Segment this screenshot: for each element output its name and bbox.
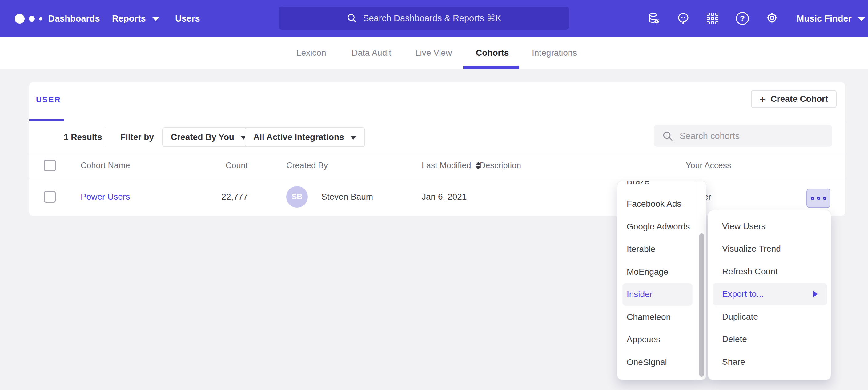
menu-item-duplicate[interactable]: Duplicate: [708, 305, 831, 328]
chevron-down-icon: [858, 17, 865, 21]
menu-item-view-users[interactable]: View Users: [708, 215, 831, 238]
header-created-by[interactable]: Created By: [286, 153, 328, 178]
table-row: Power Users 22,777 SB Steven Baum Jan 6,…: [29, 178, 845, 215]
tab-cohorts[interactable]: Cohorts: [476, 37, 509, 69]
global-search-input[interactable]: Search Dashboards & Reports ⌘K: [279, 7, 569, 30]
menu-item-chameleon[interactable]: Chameleon: [617, 306, 706, 328]
row-actions-menu: View Users Visualize Trend Refresh Count…: [708, 210, 831, 380]
help-icon[interactable]: ?: [736, 12, 749, 25]
menu-item-share[interactable]: Share: [708, 351, 831, 373]
cohort-name-link[interactable]: Power Users: [81, 192, 130, 202]
row-more-actions-button[interactable]: [806, 189, 831, 208]
search-icon: [346, 12, 358, 24]
top-navbar: Dashboards Reports Users Search Dashboar…: [0, 0, 868, 37]
chevron-down-icon: [152, 17, 159, 21]
chevron-down-icon: [350, 136, 356, 140]
select-all-checkbox[interactable]: [44, 160, 56, 171]
menu-item-facebook-ads[interactable]: Facebook Ads: [617, 193, 706, 216]
plus-icon: +: [760, 93, 766, 105]
menu-item-braze[interactable]: Braze: [617, 181, 706, 193]
menu-item-insider[interactable]: Insider: [622, 283, 692, 306]
menu-scrollbar[interactable]: [699, 233, 704, 377]
last-modified-date: Jan 6, 2021: [422, 178, 467, 215]
header-your-access[interactable]: Your Access: [686, 153, 731, 178]
cohort-count: 22,777: [183, 178, 248, 215]
menu-item-visualize-trend[interactable]: Visualize Trend: [708, 238, 831, 261]
menu-item-iterable[interactable]: Iterable: [617, 238, 706, 261]
nav-reports[interactable]: Reports: [112, 0, 159, 37]
header-last-modified[interactable]: Last Modified: [422, 153, 481, 178]
nav-users[interactable]: Users: [175, 0, 200, 37]
menu-item-refresh-count[interactable]: Refresh Count: [708, 260, 831, 283]
header-description[interactable]: Description: [479, 153, 521, 178]
filter-by-label: Filter by: [120, 122, 154, 153]
results-count: 1 Results: [64, 122, 102, 153]
cohort-search-input[interactable]: Search cohorts: [654, 125, 832, 147]
submenu-arrow-icon: [813, 291, 818, 297]
nav-dashboards[interactable]: Dashboards: [48, 0, 100, 37]
menu-item-delete[interactable]: Delete: [708, 328, 831, 351]
data-management-icon[interactable]: [647, 12, 661, 25]
menu-item-onesignal[interactable]: OneSignal: [617, 351, 706, 374]
project-switcher[interactable]: Music Finder: [797, 0, 865, 37]
filter-bar: 1 Results Filter by Created By You All A…: [29, 122, 845, 153]
settings-gear-icon[interactable]: [765, 12, 779, 25]
table-header-row: Cohort Name Count Created By Last Modifi…: [29, 153, 845, 178]
mixpanel-logo-icon[interactable]: [15, 13, 49, 24]
created-by-filter-dropdown[interactable]: Created By You: [162, 127, 255, 147]
data-management-subnav: Lexicon Data Audit Live View Cohorts Int…: [0, 37, 868, 69]
support-chat-icon[interactable]: [677, 12, 690, 25]
global-search-placeholder: Search Dashboards & Reports ⌘K: [363, 13, 501, 23]
avatar: SB: [286, 186, 308, 207]
tab-user[interactable]: USER: [36, 95, 61, 104]
integrations-filter-dropdown[interactable]: All Active Integrations: [245, 127, 365, 147]
tab-live-view[interactable]: Live View: [415, 37, 452, 69]
app-grid-icon[interactable]: [706, 12, 719, 25]
menu-item-appcues[interactable]: Appcues: [617, 328, 706, 351]
header-count[interactable]: Count: [183, 153, 248, 178]
row-checkbox[interactable]: [44, 191, 56, 203]
active-tab-underline: [463, 66, 519, 69]
tab-integrations[interactable]: Integrations: [532, 37, 577, 69]
menu-item-moengage[interactable]: MoEngage: [617, 261, 706, 283]
cohorts-card: USER + Create Cohort 1 Results Filter by…: [29, 83, 845, 216]
cohorts-page: Dashboards Reports Users Search Dashboar…: [0, 0, 868, 390]
create-cohort-button[interactable]: + Create Cohort: [751, 90, 837, 108]
tab-lexicon[interactable]: Lexicon: [297, 37, 326, 69]
header-cohort-name[interactable]: Cohort Name: [81, 153, 130, 178]
export-integrations-menu: Braze Facebook Ads Google Adwords Iterab…: [617, 181, 706, 380]
tab-data-audit[interactable]: Data Audit: [351, 37, 391, 69]
search-icon: [662, 130, 674, 142]
menu-item-export-to[interactable]: Export to...: [713, 283, 827, 306]
created-by-name: Steven Baum: [321, 192, 373, 202]
menu-item-google-adwords[interactable]: Google Adwords: [617, 215, 706, 238]
cohort-search-placeholder: Search cohorts: [680, 131, 740, 141]
